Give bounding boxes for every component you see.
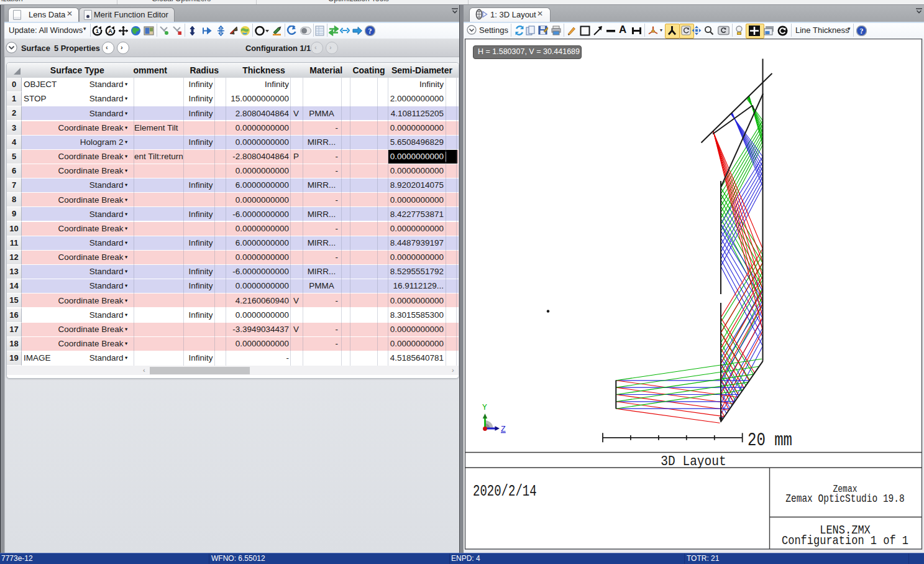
svg-text:A: A xyxy=(108,28,112,34)
svg-text:?: ? xyxy=(368,27,372,35)
svg-text:Z: Z xyxy=(501,425,506,434)
svg-text:Y: Y xyxy=(482,403,487,412)
svg-text:1: 1 xyxy=(96,28,99,34)
svg-text:?: ? xyxy=(860,27,864,35)
